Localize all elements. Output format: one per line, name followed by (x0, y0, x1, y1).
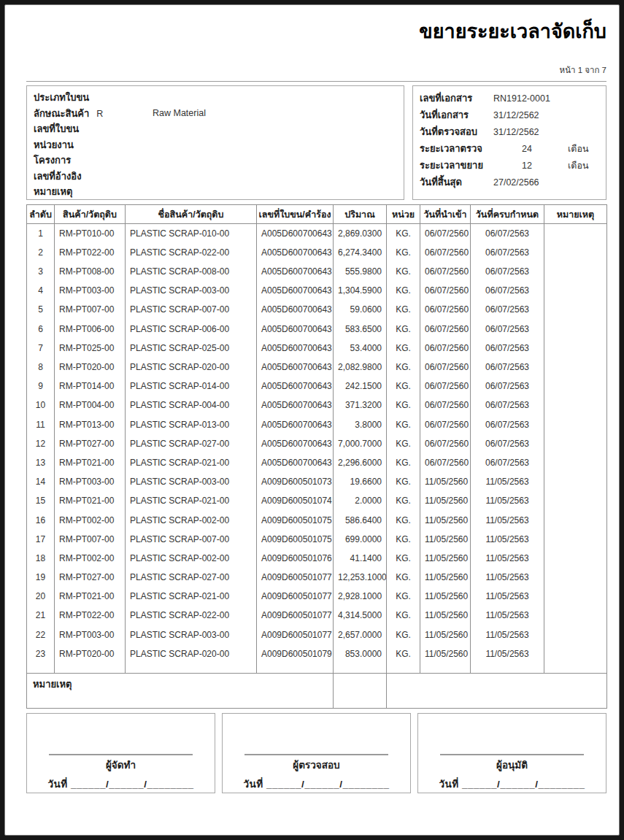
table-cell: 1,304.5900 (334, 281, 387, 300)
table-row: 22RM-PT003-00PLASTIC SCRAP-003-00A009D60… (27, 625, 607, 644)
info-row: วันที่สิ้นสุด27/02/2566 (420, 174, 599, 190)
table-cell: PLASTIC SCRAP-020-00 (126, 644, 257, 663)
table-cell: 59.0600 (334, 300, 387, 319)
table-cell: 06/07/2560 (420, 339, 471, 358)
table-cell: A005D600700643 (257, 453, 334, 472)
table-cell: 06/07/2560 (420, 300, 471, 319)
table-row: 15RM-PT021-00PLASTIC SCRAP-021-00A009D60… (27, 491, 607, 510)
info-row: ระยะเวลาขยาย12เดือน (420, 157, 599, 174)
table-cell: 11/05/2563 (471, 625, 544, 644)
table-cell: 853.0000 (334, 644, 387, 663)
table-cell (544, 224, 607, 243)
table-cell: RM-PT020-00 (55, 644, 126, 663)
table-cell: 11/05/2563 (471, 568, 544, 587)
table-cell: A005D600700643 (257, 300, 334, 319)
table-cell: 7,000.7000 (334, 434, 387, 453)
table-cell: 2,296.6000 (334, 453, 387, 472)
table-cell (544, 300, 607, 319)
info-label: เลขที่เอกสาร (420, 90, 493, 107)
table-cell: 9 (27, 377, 55, 396)
info-label: หน่วยงาน (34, 139, 74, 150)
table-cell (544, 472, 607, 491)
table-cell (544, 396, 607, 415)
table-cell: PLASTIC SCRAP-022-00 (126, 243, 257, 262)
table-cell (544, 625, 607, 644)
table-cell: RM-PT022-00 (55, 243, 126, 262)
table-cell: RM-PT002-00 (55, 510, 126, 529)
table-cell: 11/05/2563 (471, 644, 544, 663)
info-value: 31/12/2562 (493, 107, 561, 124)
table-cell: 11/05/2563 (471, 530, 544, 549)
table-cell: KG. (387, 262, 420, 281)
table-cell: 06/07/2563 (471, 453, 544, 472)
table-cell: 10 (27, 396, 55, 415)
table-cell: 06/07/2560 (420, 377, 471, 396)
table-spacer-cell (420, 663, 471, 674)
table-cell: 4,314.5000 (334, 606, 387, 625)
table-cell: 17 (27, 530, 55, 549)
table-cell: 06/07/2563 (471, 300, 544, 319)
table-cell: 11/05/2563 (471, 549, 544, 568)
signature-box: ผู้จัดทำวันที่ ______/______/________ (26, 713, 215, 793)
table-cell: 11/05/2560 (420, 510, 471, 529)
signature-box: ผู้อนุมัติวันที่ ______/______/________ (417, 713, 606, 793)
table-cell: 11/05/2560 (420, 606, 471, 625)
info-section: ประเภทใบขนลักษณะสินค้าRRaw Materialเลขที… (26, 85, 606, 200)
table-cell: 11/05/2560 (420, 549, 471, 568)
table-cell: 06/07/2563 (471, 434, 544, 453)
remark-right-cell (387, 674, 607, 709)
signature-section: ผู้จัดทำวันที่ ______/______/________ผู้… (26, 713, 606, 793)
signature-date-line: วันที่ ______/______/________ (223, 776, 410, 792)
table-cell: KG. (387, 300, 420, 319)
table-cell: 11 (27, 415, 55, 434)
table-cell: 586.6400 (334, 510, 387, 529)
table-cell: 16 (27, 510, 55, 529)
info-label: โครงการ (34, 155, 71, 166)
table-header-row: ลำดับสินค้า/วัตถุดิบชื่อสินค้า/วัตถุดิบเ… (27, 205, 607, 224)
info-row: ลักษณะสินค้าRRaw Material (34, 106, 397, 122)
table-cell: PLASTIC SCRAP-003-00 (126, 472, 257, 491)
table-cell: 11/05/2563 (471, 491, 544, 510)
table-cell: PLASTIC SCRAP-008-00 (126, 262, 257, 281)
info-label: ลักษณะสินค้า (34, 108, 89, 119)
table-cell (544, 549, 607, 568)
table-cell: A005D600700643 (257, 434, 334, 453)
table-cell: 11/05/2560 (420, 472, 471, 491)
table-cell (544, 568, 607, 587)
table-cell: PLASTIC SCRAP-014-00 (126, 377, 257, 396)
table-cell: A005D600700643 (257, 377, 334, 396)
info-value-code: R (96, 109, 103, 119)
table-cell: 11/05/2560 (420, 568, 471, 587)
table-cell: 11/05/2560 (420, 587, 471, 606)
signature-date-line: วันที่ ______/______/________ (27, 776, 215, 792)
table-cell: KG. (387, 224, 420, 243)
table-cell: 41.1400 (334, 549, 387, 568)
table-cell: RM-PT021-00 (55, 491, 126, 510)
signature-role-label: ผู้จัดทำ (27, 757, 215, 773)
table-cell: 11/05/2560 (420, 644, 471, 663)
table-cell: KG. (387, 453, 420, 472)
table-cell: 242.1500 (334, 377, 387, 396)
report-content: ขยายระยะเวลาจัดเก็บ หน้า 1 จาก 7 ประเภทใ… (26, 5, 606, 793)
page-indicator: หน้า 1 จาก 7 (26, 63, 606, 77)
table-cell: A005D600700643 (257, 339, 334, 358)
table-cell: 2,928.1000 (334, 587, 387, 606)
table-cell: 7 (27, 339, 55, 358)
table-row: 23RM-PT020-00PLASTIC SCRAP-020-00A009D60… (27, 644, 607, 663)
table-cell: 19 (27, 568, 55, 587)
info-value: RN1912-0001 (493, 90, 561, 107)
document-info-box: เลขที่เอกสารRN1912-0001วันที่เอกสาร31/12… (412, 85, 606, 200)
table-cell: RM-PT027-00 (55, 568, 126, 587)
table-cell: 583.6500 (334, 320, 387, 339)
table-cell: 06/07/2563 (471, 281, 544, 300)
table-cell: PLASTIC SCRAP-002-00 (126, 510, 257, 529)
table-cell: 06/07/2560 (420, 396, 471, 415)
info-value: 24 (493, 141, 561, 158)
table-row: 1RM-PT010-00PLASTIC SCRAP-010-00A005D600… (27, 224, 607, 243)
table-cell: RM-PT006-00 (55, 320, 126, 339)
shipment-info-box: ประเภทใบขนลักษณะสินค้าRRaw Materialเลขที… (26, 85, 404, 200)
table-cell: A005D600700643 (257, 396, 334, 415)
signature-box: ผู้ตรวจสอบวันที่ ______/______/________ (222, 713, 411, 793)
table-cell: A005D600700643 (257, 262, 334, 281)
table-cell: PLASTIC SCRAP-007-00 (126, 300, 257, 319)
